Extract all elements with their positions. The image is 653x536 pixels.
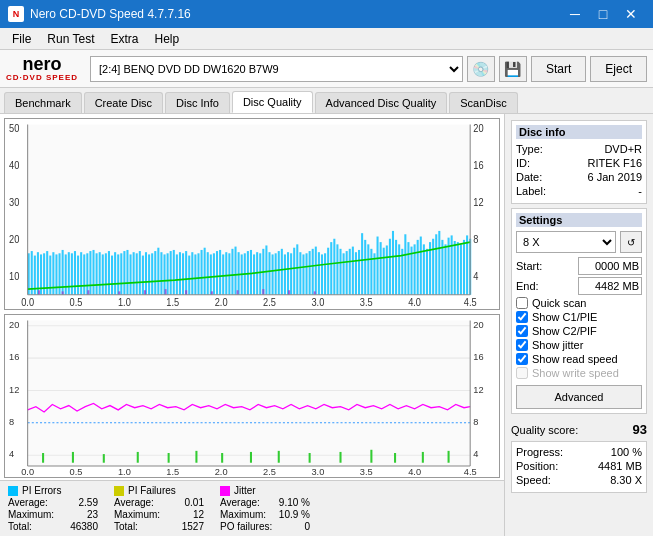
svg-rect-24 bbox=[49, 256, 51, 295]
svg-rect-32 bbox=[74, 251, 76, 295]
svg-rect-94 bbox=[265, 245, 267, 294]
pi-failures-avg-value: 0.01 bbox=[185, 497, 204, 508]
svg-text:20: 20 bbox=[9, 234, 19, 245]
pi-failures-total-value: 1527 bbox=[182, 521, 204, 532]
disc-id-row: ID: RITEK F16 bbox=[516, 157, 642, 169]
menu-help[interactable]: Help bbox=[147, 30, 188, 48]
tab-scandisc[interactable]: ScanDisc bbox=[449, 92, 517, 113]
svg-text:4.0: 4.0 bbox=[408, 297, 421, 308]
svg-rect-155 bbox=[454, 241, 456, 295]
pi-errors-avg-label: Average: bbox=[8, 497, 48, 508]
pi-failures-total-label: Total: bbox=[114, 521, 138, 532]
disc-label-value: - bbox=[638, 185, 642, 197]
svg-rect-211 bbox=[278, 451, 280, 463]
jitter-avg-label: Average: bbox=[220, 497, 260, 508]
svg-rect-163 bbox=[87, 290, 89, 294]
svg-rect-116 bbox=[333, 239, 335, 295]
tab-disc-quality[interactable]: Disc Quality bbox=[232, 91, 313, 113]
speed-row2: Speed: 8.30 X bbox=[516, 474, 642, 486]
pi-errors-color bbox=[8, 486, 18, 496]
svg-rect-107 bbox=[306, 253, 308, 294]
toolbar: nero CD·DVD SPEED [2:4] BENQ DVD DD DW16… bbox=[0, 50, 653, 88]
svg-rect-131 bbox=[380, 242, 382, 295]
logo-cdspeed: CD·DVD SPEED bbox=[6, 73, 78, 82]
svg-rect-203 bbox=[42, 453, 44, 463]
start-input[interactable] bbox=[578, 257, 642, 275]
titlebar: N Nero CD-DVD Speed 4.7.7.16 ─ □ ✕ bbox=[0, 0, 653, 28]
svg-rect-37 bbox=[89, 251, 91, 295]
svg-text:2.0: 2.0 bbox=[215, 297, 228, 308]
svg-rect-161 bbox=[38, 290, 40, 294]
svg-rect-214 bbox=[370, 450, 372, 463]
menu-run-test[interactable]: Run Test bbox=[39, 30, 102, 48]
speed-row: 8 X ↺ bbox=[516, 231, 642, 253]
maximize-button[interactable]: □ bbox=[589, 0, 617, 28]
quick-scan-checkbox[interactable] bbox=[516, 297, 528, 309]
tab-disc-info[interactable]: Disc Info bbox=[165, 92, 230, 113]
menu-file[interactable]: File bbox=[4, 30, 39, 48]
settings-refresh-button[interactable]: ↺ bbox=[620, 231, 642, 253]
start-button[interactable]: Start bbox=[531, 56, 586, 82]
show-read-speed-row: Show read speed bbox=[516, 353, 642, 365]
tab-advanced-disc-quality[interactable]: Advanced Disc Quality bbox=[315, 92, 448, 113]
svg-rect-204 bbox=[72, 452, 74, 463]
tab-benchmark[interactable]: Benchmark bbox=[4, 92, 82, 113]
svg-rect-108 bbox=[309, 251, 311, 295]
svg-text:16: 16 bbox=[473, 351, 483, 362]
progress-row: Progress: 100 % bbox=[516, 446, 642, 458]
menu-extra[interactable]: Extra bbox=[102, 30, 146, 48]
jitter-avg-value: 9.10 % bbox=[279, 497, 310, 508]
svg-rect-134 bbox=[389, 239, 391, 295]
svg-rect-109 bbox=[312, 249, 314, 295]
settings-title: Settings bbox=[516, 213, 642, 227]
jitter-max-value: 10.9 % bbox=[279, 509, 310, 520]
svg-rect-205 bbox=[103, 454, 105, 463]
show-c1pie-checkbox[interactable] bbox=[516, 311, 528, 323]
show-read-speed-checkbox[interactable] bbox=[516, 353, 528, 365]
settings-section: Settings 8 X ↺ Start: End: Quick scan bbox=[511, 208, 647, 414]
drive-select[interactable]: [2:4] BENQ DVD DD DW1620 B7W9 bbox=[90, 56, 463, 82]
speed-value: 8.30 X bbox=[610, 474, 642, 486]
svg-text:2.5: 2.5 bbox=[263, 297, 276, 308]
advanced-button[interactable]: Advanced bbox=[516, 385, 642, 409]
svg-rect-28 bbox=[62, 250, 64, 295]
tab-create-disc[interactable]: Create Disc bbox=[84, 92, 163, 113]
svg-rect-156 bbox=[457, 242, 459, 295]
speed-select[interactable]: 8 X bbox=[516, 231, 616, 253]
svg-text:4.5: 4.5 bbox=[464, 466, 477, 477]
show-jitter-checkbox[interactable] bbox=[516, 339, 528, 351]
svg-rect-47 bbox=[120, 253, 122, 294]
quality-score-row: Quality score: 93 bbox=[511, 422, 647, 437]
pi-errors-max-label: Maximum: bbox=[8, 509, 54, 520]
svg-rect-207 bbox=[168, 453, 170, 463]
disc-icon-button[interactable]: 💿 bbox=[467, 56, 495, 82]
jitter-po-value: 0 bbox=[304, 521, 310, 532]
save-button[interactable]: 💾 bbox=[499, 56, 527, 82]
svg-text:4: 4 bbox=[9, 448, 14, 459]
pi-failures-legend: PI Failures bbox=[114, 485, 204, 496]
svg-rect-58 bbox=[154, 251, 156, 295]
svg-rect-166 bbox=[165, 289, 167, 295]
close-button[interactable]: ✕ bbox=[617, 0, 645, 28]
pi-errors-avg-row: Average: 2.59 bbox=[8, 497, 98, 508]
svg-rect-217 bbox=[448, 451, 450, 463]
svg-rect-121 bbox=[349, 249, 351, 295]
pi-failures-avg-label: Average: bbox=[114, 497, 154, 508]
pi-errors-total-row: Total: 46380 bbox=[8, 521, 98, 532]
svg-rect-48 bbox=[123, 251, 125, 295]
minimize-button[interactable]: ─ bbox=[561, 0, 589, 28]
show-jitter-label: Show jitter bbox=[532, 339, 583, 351]
end-input[interactable] bbox=[578, 277, 642, 295]
eject-button[interactable]: Eject bbox=[590, 56, 647, 82]
svg-text:1.5: 1.5 bbox=[166, 297, 179, 308]
show-c2pif-checkbox[interactable] bbox=[516, 325, 528, 337]
svg-rect-83 bbox=[231, 249, 233, 295]
svg-rect-49 bbox=[126, 250, 128, 295]
svg-rect-61 bbox=[163, 254, 165, 294]
start-label: Start: bbox=[516, 260, 542, 272]
titlebar-title: Nero CD-DVD Speed 4.7.7.16 bbox=[30, 7, 191, 21]
svg-rect-98 bbox=[278, 251, 280, 295]
svg-rect-76 bbox=[210, 254, 212, 294]
svg-rect-31 bbox=[71, 253, 73, 294]
svg-rect-113 bbox=[324, 253, 326, 294]
